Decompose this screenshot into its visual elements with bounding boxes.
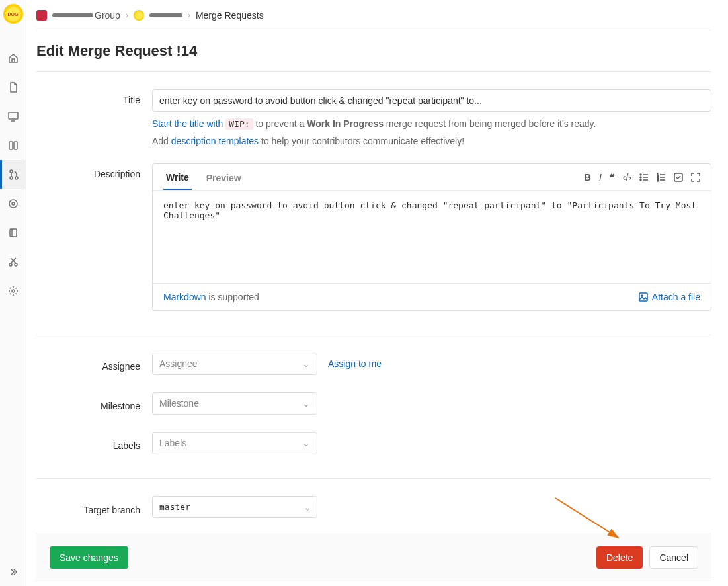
wip-code: WIP: bbox=[225, 118, 253, 130]
project-avatar-icon[interactable] bbox=[134, 10, 144, 21]
template-hint-post: to help your contributors communicate ef… bbox=[259, 136, 464, 146]
ol-icon[interactable]: 123 bbox=[657, 172, 666, 183]
svg-point-20 bbox=[641, 295, 643, 296]
description-editor: Write Preview B I ❝ ‹/› 123 bbox=[152, 163, 711, 311]
template-hint: Add description templates to help your c… bbox=[152, 136, 711, 146]
breadcrumb: Group › › Merge Requests bbox=[36, 0, 711, 30]
home-icon[interactable] bbox=[0, 44, 26, 73]
action-bar: Save changes Delete Cancel bbox=[36, 534, 711, 581]
monitor-icon[interactable] bbox=[0, 102, 26, 131]
tab-write[interactable]: Write bbox=[163, 164, 192, 190]
target-branch-label: Target branch bbox=[36, 499, 152, 515]
chevron-down-icon: ⌄ bbox=[302, 398, 310, 409]
wip-hint: Start the title with WIP: to prevent a W… bbox=[152, 118, 711, 129]
svg-rect-19 bbox=[639, 293, 647, 301]
wip-hint-bold: Work In Progress bbox=[307, 118, 384, 129]
target-branch-value: master bbox=[159, 502, 190, 512]
svg-point-3 bbox=[10, 170, 13, 173]
svg-rect-2 bbox=[14, 142, 17, 149]
italic-icon[interactable]: I bbox=[599, 172, 602, 183]
cancel-button[interactable]: Cancel bbox=[649, 546, 698, 569]
divider bbox=[36, 478, 711, 479]
breadcrumb-group-name[interactable] bbox=[52, 13, 93, 17]
svg-point-5 bbox=[15, 177, 18, 179]
divider bbox=[36, 71, 711, 72]
assignee-label: Assignee bbox=[36, 356, 152, 372]
snippets-icon[interactable] bbox=[0, 247, 26, 276]
attach-file-link[interactable]: Attach a file bbox=[639, 292, 700, 302]
wip-hint-post: merge request from being merged before i… bbox=[384, 118, 596, 129]
chevron-right-icon: › bbox=[188, 11, 190, 20]
labels-select[interactable]: Labels ⌄ bbox=[152, 432, 317, 454]
svg-point-10 bbox=[15, 263, 17, 266]
svg-rect-0 bbox=[9, 112, 18, 119]
wip-hint-mid: to prevent a bbox=[253, 118, 307, 129]
collapse-icon[interactable] bbox=[0, 562, 26, 582]
wip-link[interactable]: Start the title with bbox=[152, 118, 225, 129]
divider bbox=[36, 335, 711, 335]
chevron-right-icon: › bbox=[126, 11, 128, 20]
delete-button[interactable]: Delete bbox=[596, 546, 643, 569]
tab-preview[interactable]: Preview bbox=[204, 165, 244, 190]
code-icon[interactable]: ‹/› bbox=[623, 172, 631, 183]
image-icon bbox=[639, 292, 648, 302]
template-hint-pre: Add bbox=[152, 136, 171, 146]
file-icon[interactable] bbox=[0, 73, 26, 102]
task-icon[interactable] bbox=[674, 172, 683, 183]
title-input[interactable] bbox=[152, 89, 711, 112]
breadcrumb-current[interactable]: Merge Requests bbox=[196, 10, 264, 21]
sidebar: DOG bbox=[0, 0, 26, 586]
target-branch-select[interactable]: master ⌄ bbox=[152, 496, 317, 518]
breadcrumb-project-name[interactable] bbox=[149, 13, 182, 17]
svg-point-6 bbox=[9, 200, 17, 208]
description-label: Description bbox=[36, 163, 152, 311]
svg-point-12 bbox=[640, 174, 641, 175]
chevron-down-icon: ⌄ bbox=[302, 438, 310, 448]
settings-icon[interactable] bbox=[0, 276, 26, 306]
assignee-select[interactable]: Assignee ⌄ bbox=[152, 353, 317, 375]
svg-text:3: 3 bbox=[657, 178, 659, 182]
svg-point-14 bbox=[640, 179, 641, 181]
main-content: Group › › Merge Requests Edit Merge Requ… bbox=[26, 0, 728, 581]
save-button[interactable]: Save changes bbox=[50, 546, 128, 569]
svg-rect-8 bbox=[10, 229, 17, 237]
breadcrumb-group-suffix[interactable]: Group bbox=[95, 10, 120, 21]
milestone-placeholder: Milestone bbox=[159, 398, 199, 409]
editor-toolbar: B I ❝ ‹/› 123 bbox=[585, 172, 700, 183]
labels-label: Labels bbox=[36, 435, 152, 451]
milestone-select[interactable]: Milestone ⌄ bbox=[152, 392, 317, 415]
assignee-placeholder: Assignee bbox=[159, 358, 198, 369]
svg-point-13 bbox=[640, 177, 641, 178]
project-logo[interactable]: DOG bbox=[3, 4, 23, 24]
markdown-support-text: is supported bbox=[206, 292, 259, 302]
wiki-icon[interactable] bbox=[0, 218, 26, 247]
attach-file-label: Attach a file bbox=[652, 292, 700, 302]
svg-point-9 bbox=[9, 263, 12, 266]
quote-icon[interactable]: ❝ bbox=[610, 172, 615, 183]
svg-rect-1 bbox=[9, 142, 13, 149]
merge-request-icon[interactable] bbox=[0, 160, 26, 189]
svg-point-7 bbox=[12, 202, 15, 205]
ci-icon[interactable] bbox=[0, 189, 26, 218]
description-textarea[interactable] bbox=[153, 191, 711, 277]
fullscreen-icon[interactable] bbox=[691, 172, 700, 183]
template-link[interactable]: description templates bbox=[171, 136, 259, 146]
sidebar-split-icon[interactable] bbox=[0, 131, 26, 160]
ul-icon[interactable] bbox=[639, 172, 649, 183]
group-avatar-icon[interactable] bbox=[36, 10, 47, 21]
page-title: Edit Merge Request !14 bbox=[36, 42, 711, 60]
labels-placeholder: Labels bbox=[159, 438, 186, 448]
svg-point-11 bbox=[12, 290, 15, 292]
assign-to-me-link[interactable]: Assign to me bbox=[328, 358, 382, 369]
milestone-label: Milestone bbox=[36, 396, 152, 411]
chevron-down-icon: ⌄ bbox=[302, 358, 310, 369]
bold-icon[interactable]: B bbox=[585, 172, 591, 183]
chevron-down-icon: ⌄ bbox=[305, 502, 310, 512]
svg-point-4 bbox=[10, 177, 13, 179]
markdown-link[interactable]: Markdown bbox=[163, 292, 206, 302]
title-label: Title bbox=[36, 89, 152, 146]
